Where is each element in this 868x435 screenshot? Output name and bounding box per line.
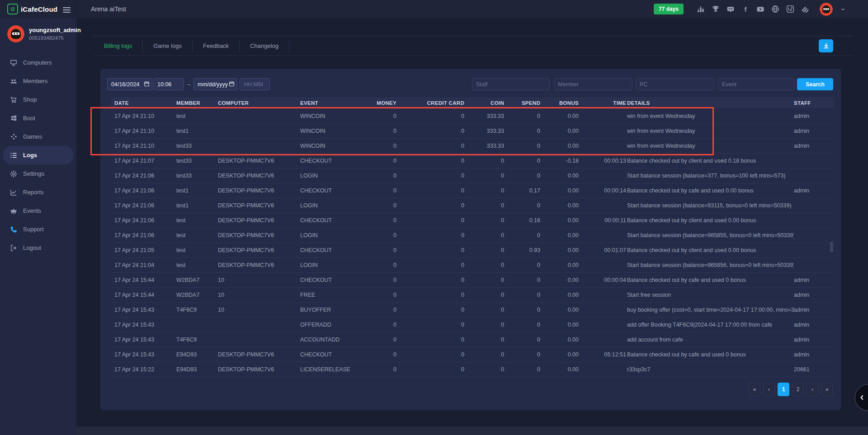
cell-details: win from event Wednesday <box>627 143 794 149</box>
time-to-input[interactable] <box>240 78 270 90</box>
cell-member: test33 <box>176 173 218 179</box>
hamburger-menu-icon[interactable] <box>63 6 71 14</box>
cell-event: ACCOUNTADD <box>300 337 354 343</box>
table-header: DATE MEMBER COMPUTER EVENT MONEY CREDIT … <box>111 97 834 108</box>
sidebar-item-boot[interactable]: Boot <box>0 109 76 127</box>
bottom-scrollbar-track[interactable] <box>0 426 868 435</box>
trophy-icon[interactable] <box>712 5 720 13</box>
staff-filter-input[interactable] <box>472 78 550 90</box>
pagination-next-button[interactable]: › <box>807 383 818 396</box>
sidebar-item-settings[interactable]: Settings <box>0 164 76 183</box>
sidebar-item-logs[interactable]: Logs <box>3 146 74 164</box>
download-button[interactable] <box>819 39 833 52</box>
tab-game-logs[interactable]: Game logs <box>143 42 192 49</box>
cell-spend: 0 <box>505 322 541 328</box>
download-icon <box>823 42 830 49</box>
cell-spend: 0 <box>505 143 541 149</box>
table-row: 17 Apr 24 21:06 test1 DESKTOP-PMMC7V6 CH… <box>111 183 834 198</box>
cell-coin: 0 <box>465 262 505 268</box>
cell-money: 0 <box>354 277 397 283</box>
discord-icon[interactable] <box>726 5 735 13</box>
days-remaining-badge[interactable]: 77 days <box>654 4 684 14</box>
cell-coin: 0 <box>465 158 505 164</box>
sidebar-item-computers[interactable]: Computers <box>0 53 76 72</box>
cell-staff: admin <box>794 277 830 283</box>
col-bonus: BONUS <box>541 100 580 106</box>
col-date: DATE <box>114 100 176 106</box>
sidebar-item-label: Boot <box>23 115 35 122</box>
cell-coin: 0 <box>465 337 505 343</box>
col-details: DETAILS <box>627 100 794 106</box>
cell-member: E94D93 <box>176 366 218 373</box>
pc-filter-input[interactable] <box>636 78 714 90</box>
cell-member: test <box>176 113 218 119</box>
pagination-first-button[interactable]: « <box>749 383 760 396</box>
tab-changelog[interactable]: Changelog <box>240 42 289 49</box>
tab-billing-logs[interactable]: Billing logs <box>94 42 142 49</box>
sidebar-item-shop[interactable]: Shop <box>0 90 76 109</box>
cell-spend: 0 <box>505 292 541 298</box>
cell-event: CHECKOUT <box>300 351 354 358</box>
cell-credit-card: 0 <box>397 158 465 164</box>
table-row: 17 Apr 24 21:10 test1 WINCOIN 0 0 333.33… <box>111 123 834 138</box>
cell-spend: 0 <box>505 351 541 358</box>
facebook-icon[interactable]: f <box>741 5 750 13</box>
sidebar-item-reports[interactable]: Reports <box>0 183 76 201</box>
sidebar-item-events[interactable]: Events <box>0 201 76 220</box>
event-filter-input[interactable] <box>718 78 794 90</box>
cell-date: 17 Apr 24 21:06 <box>114 187 176 194</box>
time-from-input[interactable] <box>153 78 184 90</box>
cell-money: 0 <box>354 307 397 313</box>
youtube-icon[interactable] <box>756 5 764 13</box>
col-time: TIME <box>580 100 627 106</box>
cell-bonus: 0.00 <box>541 217 580 224</box>
cell-time: 05:12:51 <box>580 351 627 358</box>
globe-icon[interactable] <box>771 5 779 13</box>
cell-computer: DESKTOP-PMMC7V6 <box>218 351 300 358</box>
table-row: 17 Apr 24 21:06 test DESKTOP-PMMC7V6 CHE… <box>111 213 834 228</box>
cell-money: 0 <box>354 128 397 134</box>
table-row: 17 Apr 24 15:43 OFFERADD 0 0 0 0 0.00 ad… <box>111 317 834 332</box>
sidebar-item-label: Settings <box>23 170 44 177</box>
table-row: 17 Apr 24 15:44 W2BDA7 10 FREE 0 0 0 0 0… <box>111 287 834 302</box>
cell-member: W2BDA7 <box>176 292 218 298</box>
table-row: 17 Apr 24 15:22 E94D93 DESKTOP-PMMC7V6 L… <box>111 362 834 377</box>
table-scrollbar-thumb[interactable] <box>830 242 833 253</box>
sidebar-item-logout[interactable]: Logout <box>0 239 76 257</box>
pagination-page-1-button[interactable]: 1 <box>778 383 789 396</box>
cell-computer: DESKTOP-PMMC7V6 <box>218 232 300 239</box>
table-row: 17 Apr 24 21:06 test33 DESKTOP-PMMC7V6 L… <box>111 168 834 183</box>
chevron-down-icon[interactable] <box>840 7 845 12</box>
cell-event: FREE <box>300 292 354 298</box>
search-button[interactable]: Search <box>797 78 833 90</box>
cell-coin: 0 <box>465 187 505 194</box>
cell-bonus: 0.00 <box>541 202 580 209</box>
cell-coin: 0 <box>465 247 505 253</box>
pagination-prev-button[interactable]: ‹ <box>763 383 775 396</box>
table-body: 17 Apr 24 21:10 test WINCOIN 0 0 333.33 … <box>111 108 834 377</box>
cell-details: win from event Wednesday <box>627 113 794 119</box>
tab-bar: Billing logs Game logs Feedback Changelo… <box>94 36 853 56</box>
cell-spend: 0 <box>505 202 541 209</box>
gear-icon <box>10 170 17 178</box>
member-filter-input[interactable] <box>554 78 632 90</box>
cell-credit-card: 0 <box>397 187 465 194</box>
cell-details: add offer Booking T4F6C9|2024-04-17 17:0… <box>627 322 794 328</box>
collapse-panel-button[interactable] <box>854 384 868 411</box>
date-from-input[interactable] <box>107 78 152 90</box>
cell-computer: DESKTOP-PMMC7V6 <box>218 158 300 164</box>
tab-feedback[interactable]: Feedback <box>193 42 239 49</box>
user-avatar[interactable] <box>820 3 833 16</box>
sidebar-item-support[interactable]: Support <box>0 220 76 239</box>
cell-computer: DESKTOP-PMMC7V6 <box>218 217 300 224</box>
icafe-logo-icon[interactable] <box>786 5 794 13</box>
cell-event: LOGIN <box>300 262 354 268</box>
sidebar-item-members[interactable]: Members <box>0 72 76 90</box>
layers-icon[interactable] <box>801 5 809 13</box>
pagination-page-2-button[interactable]: 2 <box>792 383 804 396</box>
pagination-last-button[interactable]: » <box>821 383 833 396</box>
date-to-input[interactable] <box>193 78 237 90</box>
sidebar-item-games[interactable]: Games <box>0 127 76 146</box>
cell-credit-card: 0 <box>397 202 465 209</box>
ranking-icon[interactable] <box>697 5 705 13</box>
